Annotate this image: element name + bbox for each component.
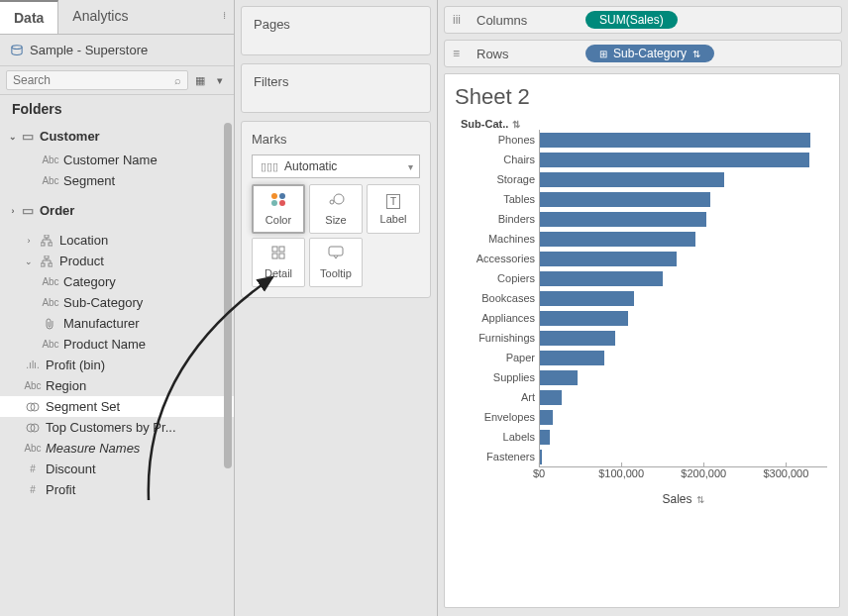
caret-icon: ⌄ [8,132,18,142]
bar-row[interactable] [540,130,827,150]
mark-detail-button[interactable]: Detail [252,238,305,287]
field-category[interactable]: Abc Category [0,271,234,292]
string-icon: Abc [42,339,59,350]
columns-shelf[interactable]: iii Columns SUM(Sales) [444,6,842,34]
tab-data[interactable]: Data [0,0,58,34]
sort-icon[interactable]: ⇅ [696,494,704,505]
category-label: Tables [503,189,535,209]
field-sub-category[interactable]: Abc Sub-Category [0,292,234,313]
bar[interactable] [540,351,604,365]
bar[interactable] [540,311,628,326]
bar-row[interactable] [540,427,827,447]
pill-label: SUM(Sales) [599,13,664,27]
field-label: Product [59,254,104,268]
bar[interactable] [540,390,562,405]
field-label: Category [63,274,116,289]
bar[interactable] [540,430,550,445]
bar-row[interactable] [540,268,827,288]
svg-rect-4 [45,256,49,258]
search-input[interactable] [13,73,174,87]
view-toggle-icon[interactable]: ▦ [192,74,208,87]
bar[interactable] [540,192,710,207]
field-segment[interactable]: Abc Segment [0,170,234,191]
bar-row[interactable] [540,150,827,169]
bar-row[interactable] [540,328,827,348]
folder-customer-label: Customer [40,129,100,144]
field-measure-names[interactable]: Abc Measure Names [0,438,234,459]
field-discount[interactable]: # Discount [0,459,234,479]
bar-row[interactable] [540,189,827,209]
folder-order[interactable]: › ▭ Order [0,197,234,224]
svg-rect-6 [49,263,53,266]
mark-color-button[interactable]: Color [252,184,305,234]
bar-row[interactable] [540,209,827,229]
bar[interactable] [540,172,724,187]
bar-row[interactable] [540,249,827,268]
bar[interactable] [540,291,634,306]
string-icon: Abc [42,154,59,165]
caret-icon: › [24,236,34,246]
sort-icon[interactable]: ⇅ [512,119,520,130]
size-icon [327,192,345,210]
svg-rect-5 [41,263,45,266]
row-header-label: Sub-Cat.. ⇅ [461,118,827,130]
field-product[interactable]: ⌄ Product [0,251,234,271]
caret-icon: ⌄ [24,257,34,266]
field-profit[interactable]: # Profit [0,479,234,500]
rows-pill[interactable]: ⊞ Sub-Category ⇅ [585,45,714,62]
folder-customer[interactable]: ⌄ ▭ Customer [0,123,234,150]
field-manufacturer[interactable]: Manufacturer [0,313,234,334]
bar[interactable] [540,271,663,286]
dropdown-icon[interactable]: ▾ [212,74,228,87]
bar[interactable] [540,133,810,148]
rows-shelf[interactable]: ≡ Rows ⊞ Sub-Category ⇅ [444,40,842,67]
mark-size-button[interactable]: Size [309,184,363,234]
field-location[interactable]: › Location [0,230,234,251]
paperclip-icon [42,317,59,329]
tree-scrollbar[interactable] [224,123,232,616]
columns-pill[interactable]: SUM(Sales) [585,11,678,29]
set-icon [24,422,42,433]
bar-row[interactable] [540,229,827,249]
category-label: Supplies [493,367,535,387]
search-input-wrapper[interactable]: ⌕ [6,70,188,90]
label-icon: T [386,194,400,209]
bar-row[interactable] [540,407,827,427]
bar[interactable] [540,450,542,464]
bar-row[interactable] [540,367,827,387]
mark-label-button[interactable]: T Label [367,184,420,234]
mark-detail-label: Detail [265,267,292,279]
mark-tooltip-button[interactable]: Tooltip [309,238,363,287]
bar-row[interactable] [540,308,827,328]
sheet-title[interactable]: Sheet 2 [455,84,827,110]
bar[interactable] [540,153,809,167]
mark-type-dropdown[interactable]: ▯▯▯ Automatic ▾ [252,154,420,178]
bar-row[interactable] [540,169,827,189]
bar-row[interactable] [540,387,827,407]
mark-color-label: Color [265,214,291,226]
bars-area [539,130,827,466]
bar[interactable] [540,252,677,266]
tab-analytics-menu-icon[interactable]: ⁞ [223,10,226,21]
bar[interactable] [540,212,706,227]
bar-row[interactable] [540,447,827,466]
bar[interactable] [540,410,553,425]
field-customer-name[interactable]: Abc Customer Name [0,150,234,170]
category-label: Fasteners [486,447,535,466]
pages-shelf[interactable]: Pages [241,6,431,55]
field-product-name[interactable]: Abc Product Name [0,334,234,355]
bar[interactable] [540,331,615,346]
bar[interactable] [540,232,695,247]
field-top-customers[interactable]: Top Customers by Pr... [0,417,234,438]
field-segment-set[interactable]: Segment Set [0,396,234,417]
filters-shelf[interactable]: Filters [241,63,431,113]
bar-row[interactable] [540,288,827,308]
datasource-row[interactable]: Sample - Superstore [0,35,234,66]
mark-tooltip-label: Tooltip [320,267,352,279]
bar-row[interactable] [540,348,827,367]
tab-analytics[interactable]: Analytics ⁞ [58,0,234,34]
field-region[interactable]: Abc Region [0,375,234,396]
bin-icon: .ılı. [24,359,42,370]
field-profit-bin[interactable]: .ılı. Profit (bin) [0,355,234,375]
bar[interactable] [540,370,578,385]
